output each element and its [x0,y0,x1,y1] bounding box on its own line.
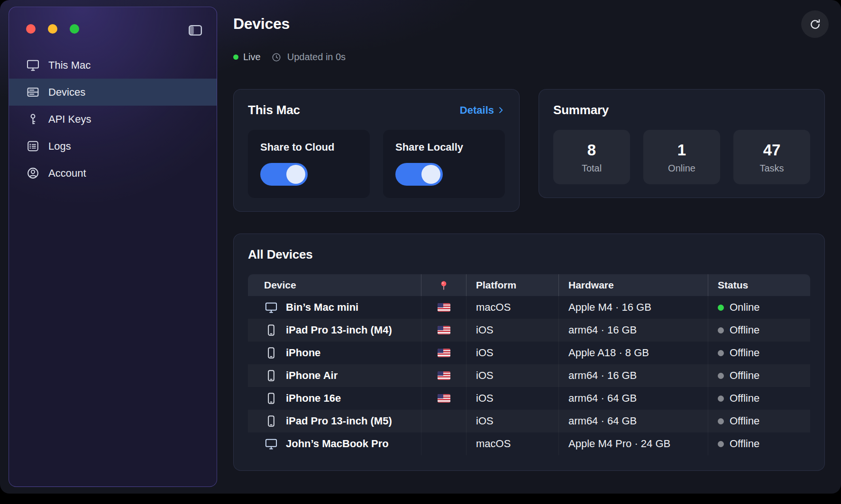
device-name: iPhone [286,347,320,359]
device-name: Bin’s Mac mini [286,301,358,314]
key-icon [26,112,40,126]
stat-total: 8 Total [553,130,630,184]
minimize-button[interactable] [48,24,57,34]
refresh-icon [809,18,822,31]
sidebar-item-label: API Keys [48,113,91,126]
updated-label: Updated in 0s [287,52,346,63]
device-hardware: arm64 · 16 GB [558,364,708,387]
status-badge: Online [730,301,760,314]
status-dot [718,441,724,447]
toggle-knob [286,165,305,184]
all-devices-card: All Devices Device Platform Hardware Sta… [233,234,825,471]
stat-tasks-label: Tasks [733,163,810,174]
device-platform: iOS [466,387,558,410]
refresh-button[interactable] [801,10,829,38]
devices-icon [26,85,40,99]
sidebar-item-account[interactable]: Account [9,160,217,187]
sidebar-item-api-keys[interactable]: API Keys [9,106,217,133]
column-header-platform: Platform [466,274,558,296]
status-dot [718,418,724,424]
share-locally-tile: Share Locally [383,130,505,198]
status-badge: Offline [730,415,759,427]
device-hardware: arm64 · 16 GB [558,319,708,342]
sidebar-item-label: Account [48,167,86,180]
iphone-icon [264,369,278,382]
pin-icon [439,280,448,290]
stat-tasks-value: 47 [733,141,810,159]
sidebar-nav: This Mac Devices API Keys Logs Account [9,52,217,187]
sidebar-toggle-button[interactable] [186,22,204,38]
details-link[interactable]: Details [460,104,505,117]
us-flag-icon [438,349,450,357]
devices-table: Device Platform Hardware Status Bin’s Ma… [248,274,810,455]
table-row[interactable]: Bin’s Mac mini macOS Apple M4 · 16 GB On… [248,296,810,319]
column-header-device: Device [248,274,421,296]
share-to-cloud-tile: Share to Cloud [248,130,370,198]
share-to-cloud-toggle[interactable] [260,163,308,186]
status-dot [718,327,724,333]
toggle-knob [421,165,440,184]
account-icon [26,166,40,180]
share-locally-toggle[interactable] [395,163,443,186]
summary-card-title: Summary [553,103,609,117]
chevron-right-icon [497,106,505,114]
table-row[interactable]: iPad Pro 13-inch (M4) iOS arm64 · 16 GB … [248,319,810,342]
status-dot [718,373,724,379]
sidebar-icon [187,22,203,38]
window-controls [9,7,217,34]
table-row[interactable]: iPad Pro 13-inch (M5) iOS arm64 · 64 GB … [248,410,810,432]
table-header: Device Platform Hardware Status [248,274,810,296]
device-hardware: arm64 · 64 GB [558,410,708,432]
us-flag-icon [438,394,450,403]
live-label: Live [243,52,261,63]
stat-tasks: 47 Tasks [733,130,810,184]
table-row[interactable]: iPhone 16e iOS arm64 · 64 GB Offline [248,387,810,410]
ipad-icon [264,414,278,428]
iphone-icon [264,346,278,360]
details-label: Details [460,104,494,117]
iphone-icon [264,392,278,405]
sidebar: This Mac Devices API Keys Logs Account [9,7,217,487]
device-name: iPad Pro 13-inch (M4) [286,324,392,336]
sidebar-item-this-mac[interactable]: This Mac [9,52,217,79]
status-badge: Offline [730,369,759,382]
live-dot [233,54,238,60]
ipad-icon [264,324,278,337]
status-badge: Offline [730,324,759,336]
sidebar-item-devices[interactable]: Devices [9,79,217,106]
device-platform: iOS [466,410,558,432]
main-content: Devices Live Updated in 0s This Mac Deta… [233,0,825,494]
zoom-button[interactable] [70,24,79,34]
device-hardware: Apple A18 · 8 GB [558,342,708,364]
sidebar-item-logs[interactable]: Logs [9,133,217,160]
status-badge: Offline [730,347,759,359]
device-name: iPad Pro 13-inch (M5) [286,415,392,427]
display-icon [26,58,40,72]
device-platform: iOS [466,342,558,364]
us-flag-icon [438,371,450,380]
display-icon [264,301,278,314]
this-mac-card: This Mac Details Share to Cloud Share [233,89,520,212]
status-dot [718,305,724,311]
device-hardware: arm64 · 64 GB [558,387,708,410]
table-body: Bin’s Mac mini macOS Apple M4 · 16 GB On… [248,296,810,455]
logs-icon [26,139,40,153]
table-row[interactable]: iPhone Air iOS arm64 · 16 GB Offline [248,364,810,387]
all-devices-title: All Devices [248,247,810,262]
table-row[interactable]: John’s MacBook Pro macOS Apple M4 Pro · … [248,432,810,455]
sidebar-item-label: Logs [48,140,71,153]
us-flag-icon [438,326,450,334]
table-row[interactable]: iPhone iOS Apple A18 · 8 GB Offline [248,342,810,364]
sidebar-item-label: Devices [48,86,85,99]
close-button[interactable] [26,24,36,34]
stat-online: 1 Online [643,130,720,184]
device-name: iPhone 16e [286,392,341,405]
summary-card: Summary 8 Total 1 Online 47 Tasks [539,89,825,198]
status-dot [718,350,724,356]
this-mac-card-title: This Mac [248,103,300,117]
device-name: iPhone Air [286,369,338,382]
status-badge: Offline [730,392,759,405]
device-name: John’s MacBook Pro [286,438,389,450]
sidebar-item-label: This Mac [48,59,91,72]
column-header-status: Status [708,274,810,296]
